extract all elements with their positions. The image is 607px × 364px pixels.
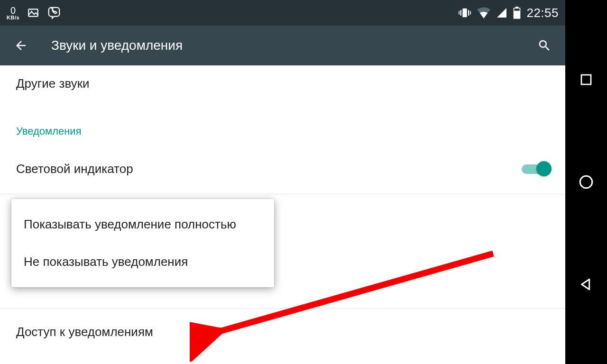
device-screen: 0 KB/s	[0, 0, 607, 364]
battery-icon	[513, 7, 521, 19]
row-notification-access[interactable]: Доступ к уведомлениям	[0, 308, 565, 355]
popup-option-show-full[interactable]: Показывать уведомление полностью	[11, 206, 274, 243]
wifi-icon	[477, 7, 490, 18]
viber-icon	[47, 6, 61, 20]
svg-rect-11	[581, 75, 591, 84]
svg-rect-3	[460, 10, 461, 16]
nav-home-button[interactable]	[576, 172, 597, 192]
settings-content: Другие звуки Уведомления Световой индика…	[0, 65, 565, 364]
svg-point-1	[31, 10, 33, 12]
row-label: Световой индикатор	[16, 162, 133, 176]
back-button[interactable]	[11, 36, 30, 55]
svg-rect-4	[468, 10, 469, 16]
page-title: Звуки и уведомления	[51, 38, 183, 53]
app-bar: Звуки и уведомления	[0, 26, 565, 65]
network-speed-indicator: 0 KB/s	[7, 6, 19, 20]
image-icon	[27, 7, 39, 19]
system-nav-bar	[565, 0, 607, 364]
svg-point-12	[580, 176, 592, 188]
status-bar: 0 KB/s	[0, 0, 565, 26]
row-label: Другие звуки	[16, 76, 90, 91]
speed-value: 0	[10, 6, 16, 15]
search-button[interactable]	[535, 36, 554, 55]
led-toggle-switch[interactable]	[522, 164, 549, 174]
speed-unit: KB/s	[7, 15, 19, 20]
clock: 22:55	[526, 6, 559, 20]
vibrate-icon	[458, 6, 471, 19]
signal-icon	[496, 7, 507, 18]
option-label: Не показывать уведомления	[24, 255, 188, 269]
svg-rect-5	[459, 11, 460, 15]
svg-rect-2	[463, 9, 467, 18]
row-led-indicator[interactable]: Световой индикатор	[0, 144, 565, 194]
svg-rect-6	[470, 11, 471, 15]
nav-back-button[interactable]	[576, 274, 597, 295]
popup-option-hide[interactable]: Не показывать уведомления	[11, 243, 274, 281]
row-other-sounds[interactable]: Другие звуки	[0, 65, 565, 101]
notification-options-popup: Показывать уведомление полностью Не пока…	[11, 199, 274, 287]
section-header-notifications: Уведомления	[0, 101, 565, 144]
status-bar-left: 0 KB/s	[7, 6, 61, 20]
phone-area: 0 KB/s	[0, 0, 565, 364]
status-bar-right: 22:55	[458, 6, 559, 20]
option-label: Показывать уведомление полностью	[24, 217, 236, 231]
section-label: Уведомления	[16, 125, 82, 137]
row-label: Доступ к уведомлениям	[16, 325, 153, 339]
nav-recent-button[interactable]	[576, 69, 597, 90]
svg-rect-9	[514, 11, 520, 18]
